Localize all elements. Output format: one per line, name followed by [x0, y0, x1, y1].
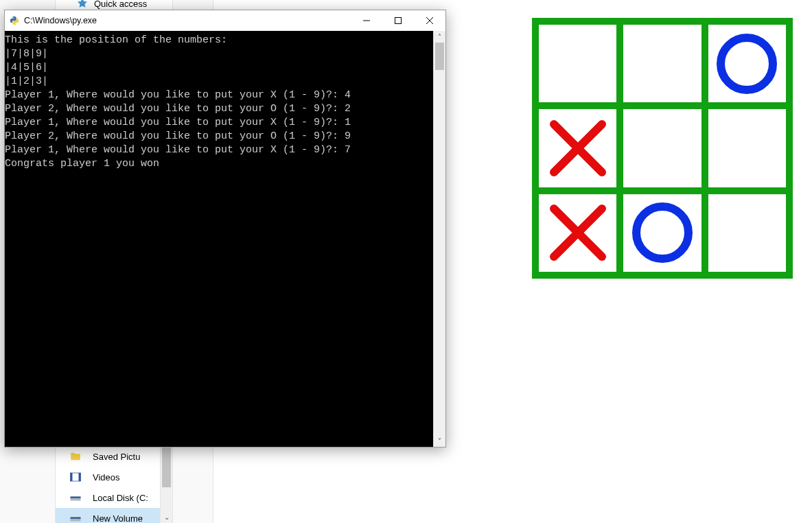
svg-rect-11 — [395, 18, 402, 24]
cell-9[interactable] — [708, 25, 786, 102]
cell-6[interactable] — [708, 109, 786, 187]
scroll-thumb[interactable] — [435, 43, 444, 70]
cell-5[interactable] — [623, 109, 701, 187]
chevron-down-icon[interactable]: ⌄ — [161, 511, 172, 523]
folder-icon — [69, 450, 82, 463]
x-mark-icon — [544, 198, 612, 267]
scroll-up-button[interactable]: ˄ — [434, 31, 445, 43]
drive-icon — [69, 512, 82, 523]
o-mark-icon — [712, 30, 781, 98]
cell-1[interactable] — [539, 194, 616, 272]
x-mark-icon — [544, 114, 612, 183]
scroll-down-button[interactable]: ˅ — [434, 435, 445, 447]
nav-item-label: New Volume — [93, 513, 143, 524]
video-icon — [69, 471, 82, 483]
nav-item-label: Videos — [93, 472, 120, 483]
nav-item[interactable]: Saved Pictu — [56, 446, 172, 467]
scroll-track[interactable] — [434, 43, 445, 435]
cell-7[interactable] — [539, 25, 616, 102]
nav-item-label: Saved Pictu — [93, 452, 140, 462]
cell-4[interactable] — [539, 109, 616, 187]
svg-rect-7 — [71, 518, 81, 519]
console-window: C:\Windows\py.exe This is the position o… — [4, 10, 446, 448]
svg-rect-2 — [79, 473, 81, 481]
close-button[interactable] — [414, 10, 445, 31]
nav-item[interactable]: Videos — [56, 467, 172, 487]
minimize-icon — [363, 17, 370, 24]
console-scrollbar[interactable]: ˄ ˅ — [433, 31, 445, 447]
explorer-scroll-thumb[interactable] — [162, 446, 171, 487]
console-output[interactable]: This is the position of the numbers: |7|… — [5, 31, 434, 447]
maximize-icon — [395, 17, 402, 24]
python-icon — [9, 16, 20, 25]
cell-3[interactable] — [708, 194, 786, 272]
close-icon — [426, 17, 433, 24]
cell-2[interactable] — [623, 194, 701, 272]
o-mark-icon — [628, 198, 697, 267]
svg-point-8 — [78, 519, 80, 520]
svg-point-5 — [78, 498, 80, 500]
svg-point-19 — [636, 207, 688, 259]
tictactoe-board — [532, 18, 793, 279]
svg-rect-4 — [71, 497, 81, 498]
nav-item[interactable]: Local Disk (C: — [56, 487, 172, 508]
star-icon — [76, 0, 89, 10]
nav-item[interactable]: New Volume — [56, 508, 172, 523]
nav-item-label: Local Disk (C: — [93, 493, 148, 503]
maximize-button[interactable] — [382, 10, 414, 31]
explorer-scrollbar[interactable]: ⌄ — [160, 446, 172, 523]
minimize-button[interactable] — [351, 10, 382, 31]
titlebar[interactable]: C:\Windows\py.exe — [5, 10, 445, 32]
quick-access-label: Quick access — [94, 0, 147, 9]
window-title: C:\Windows\py.exe — [24, 16, 351, 25]
svg-point-14 — [721, 38, 773, 90]
cell-8[interactable] — [623, 25, 701, 102]
svg-rect-1 — [71, 473, 73, 481]
drive-icon — [69, 491, 82, 504]
